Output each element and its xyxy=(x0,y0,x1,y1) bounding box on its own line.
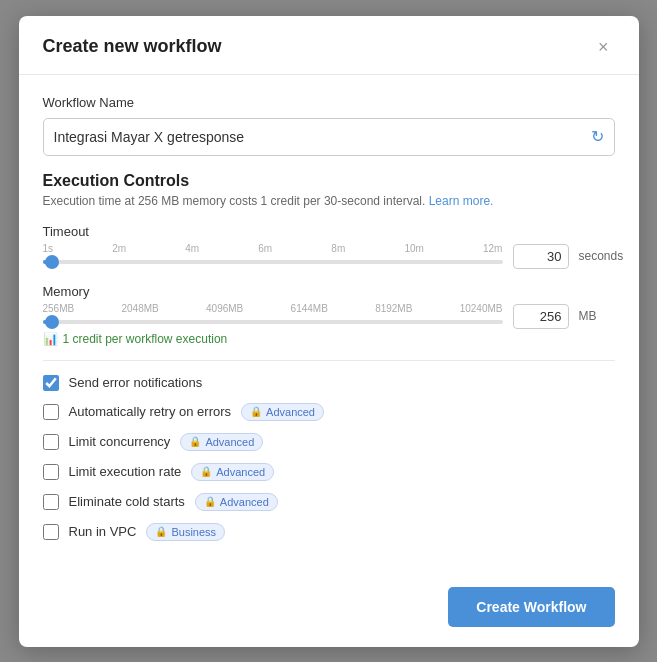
memory-slider-ticks: 256MB 2048MB 4096MB 6144MB 8192MB 10240M… xyxy=(43,303,503,330)
memory-value-input[interactable] xyxy=(513,304,569,329)
timeout-slider-track[interactable] xyxy=(43,260,503,264)
limit-rate-checkbox[interactable] xyxy=(43,464,59,480)
checkbox-run-vpc: Run in VPC 🔒 Business xyxy=(43,523,615,541)
lock-icon: 🔒 xyxy=(250,406,262,417)
auto-retry-badge: 🔒 Advanced xyxy=(241,403,324,421)
send-errors-label: Send error notifications xyxy=(69,375,203,390)
limit-concurrency-checkbox[interactable] xyxy=(43,434,59,450)
auto-retry-label: Automatically retry on errors xyxy=(69,404,232,419)
limit-concurrency-badge: 🔒 Advanced xyxy=(180,433,263,451)
timeout-slider-ticks: 1s 2m 4m 6m 8m 10m 12m xyxy=(43,243,503,270)
cold-starts-badge: 🔒 Advanced xyxy=(195,493,278,511)
lock-icon-3: 🔒 xyxy=(200,466,212,477)
memory-label: Memory xyxy=(43,284,615,299)
memory-tick-labels: 256MB 2048MB 4096MB 6144MB 8192MB 10240M… xyxy=(43,303,503,314)
lock-icon-2: 🔒 xyxy=(189,436,201,447)
checkbox-cold-starts: Eliminate cold starts 🔒 Advanced xyxy=(43,493,615,511)
workflow-name-input[interactable] xyxy=(54,119,591,155)
memory-slider-track[interactable] xyxy=(43,320,503,324)
memory-slider-thumb[interactable] xyxy=(45,315,59,329)
create-workflow-modal: Create new workflow × Workflow Name ↻ Ex… xyxy=(19,16,639,647)
timeout-slider-thumb[interactable] xyxy=(45,255,59,269)
cold-starts-label: Eliminate cold starts xyxy=(69,494,185,509)
lock-icon-4: 🔒 xyxy=(204,496,216,507)
memory-section: Memory 256MB 2048MB 4096MB 6144MB 8192MB… xyxy=(43,284,615,346)
checkbox-limit-concurrency: Limit concurrency 🔒 Advanced xyxy=(43,433,615,451)
limit-concurrency-badge-text: Advanced xyxy=(205,436,254,448)
memory-unit: MB xyxy=(579,309,615,323)
execution-controls-section: Execution Controls Execution time at 256… xyxy=(43,172,615,346)
checkboxes-section: Send error notifications Automatically r… xyxy=(43,375,615,541)
timeout-unit: seconds xyxy=(579,249,615,263)
run-vpc-checkbox[interactable] xyxy=(43,524,59,540)
timeout-label: Timeout xyxy=(43,224,615,239)
send-errors-checkbox[interactable] xyxy=(43,375,59,391)
create-workflow-button[interactable]: Create Workflow xyxy=(448,587,614,627)
lock-icon-5: 🔒 xyxy=(155,526,167,537)
limit-concurrency-label: Limit concurrency xyxy=(69,434,171,449)
checkbox-auto-retry: Automatically retry on errors 🔒 Advanced xyxy=(43,403,615,421)
refresh-icon[interactable]: ↻ xyxy=(591,127,604,146)
learn-more-link[interactable]: Learn more. xyxy=(429,194,494,208)
divider xyxy=(43,360,615,361)
workflow-name-label: Workflow Name xyxy=(43,95,615,110)
cold-starts-checkbox[interactable] xyxy=(43,494,59,510)
auto-retry-badge-text: Advanced xyxy=(266,406,315,418)
memory-slider-row: 256MB 2048MB 4096MB 6144MB 8192MB 10240M… xyxy=(43,303,615,330)
execution-controls-title: Execution Controls xyxy=(43,172,615,190)
timeout-slider-row: 1s 2m 4m 6m 8m 10m 12m xyxy=(43,243,615,270)
run-vpc-label: Run in VPC xyxy=(69,524,137,539)
cold-starts-badge-text: Advanced xyxy=(220,496,269,508)
modal-body: Workflow Name ↻ Execution Controls Execu… xyxy=(19,75,639,573)
limit-rate-badge: 🔒 Advanced xyxy=(191,463,274,481)
modal-title: Create new workflow xyxy=(43,36,222,57)
credit-info-text: 1 credit per workflow execution xyxy=(63,332,228,346)
timeout-tick-labels: 1s 2m 4m 6m 8m 10m 12m xyxy=(43,243,503,254)
timeout-section: Timeout 1s 2m 4m 6m 8m 10m 12m xyxy=(43,224,615,270)
limit-rate-label: Limit execution rate xyxy=(69,464,182,479)
execution-controls-desc: Execution time at 256 MB memory costs 1 … xyxy=(43,194,615,208)
workflow-name-wrapper: ↻ xyxy=(43,118,615,156)
run-vpc-badge-text: Business xyxy=(171,526,216,538)
timeout-value-input[interactable] xyxy=(513,244,569,269)
modal-footer: Create Workflow xyxy=(19,573,639,647)
limit-rate-badge-text: Advanced xyxy=(216,466,265,478)
credit-chart-icon: 📊 xyxy=(43,332,58,346)
close-button[interactable]: × xyxy=(592,36,615,58)
checkbox-limit-rate: Limit execution rate 🔒 Advanced xyxy=(43,463,615,481)
modal-header: Create new workflow × xyxy=(19,16,639,75)
checkbox-send-errors: Send error notifications xyxy=(43,375,615,391)
auto-retry-checkbox[interactable] xyxy=(43,404,59,420)
credit-info: 📊 1 credit per workflow execution xyxy=(43,332,615,346)
run-vpc-badge: 🔒 Business xyxy=(146,523,225,541)
execution-desc-text: Execution time at 256 MB memory costs 1 … xyxy=(43,194,426,208)
